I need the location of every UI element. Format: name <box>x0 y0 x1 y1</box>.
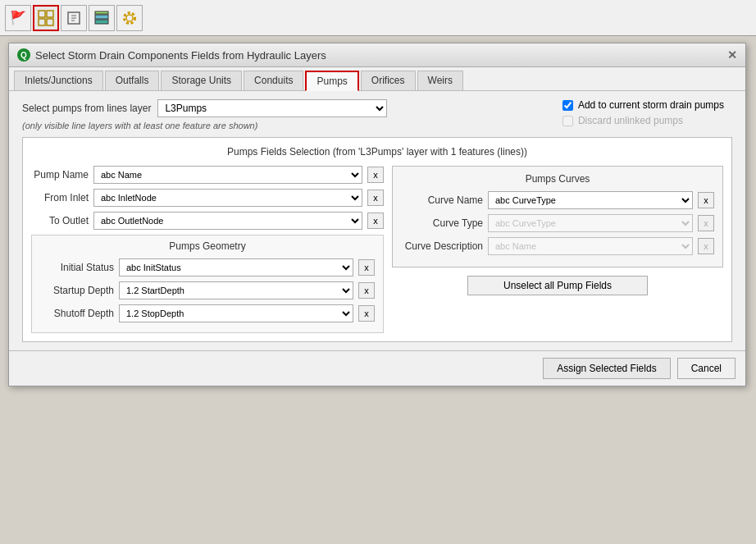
curve-name-row: Curve Name abc CurveType x <box>401 191 714 209</box>
curve-type-select[interactable]: abc CurveType <box>488 214 693 232</box>
layer-label: Select pumps from lines layer <box>22 103 151 114</box>
svg-rect-3 <box>47 19 53 25</box>
initial-status-row: Initial Status abc InitStatus x <box>40 258 375 277</box>
curves-title: Pumps Curves <box>401 173 714 185</box>
geometry-title: Pumps Geometry <box>40 240 375 252</box>
add-current-label: Add to current storm drain pumps <box>578 99 724 111</box>
unselect-all-button[interactable]: Unselect all Pump Fields <box>467 276 648 295</box>
curve-desc-row: Curve Description abc Name x <box>401 237 714 255</box>
svg-point-11 <box>126 15 133 21</box>
tab-outfalls[interactable]: Outfalls <box>105 71 160 90</box>
tab-pumps[interactable]: Pumps <box>305 71 358 91</box>
svg-rect-9 <box>95 15 108 19</box>
dialog-close-button[interactable]: ✕ <box>727 48 737 62</box>
svg-rect-10 <box>95 11 108 14</box>
pump-name-row: Pump Name abc Name x <box>31 166 384 184</box>
dialog-title: Q Select Storm Drain Components Fields f… <box>17 48 326 62</box>
curve-type-row: Curve Type abc CurveType x <box>401 214 714 232</box>
to-outlet-select[interactable]: abc OutletNode <box>93 212 362 230</box>
top-section: Select pumps from lines layer L3Pumps (o… <box>22 99 732 130</box>
curve-name-label: Curve Name <box>401 194 483 206</box>
pump-name-select[interactable]: abc Name <box>93 166 362 184</box>
toolbar: 🚩 <box>0 0 756 36</box>
dialog-titlebar: Q Select Storm Drain Components Fields f… <box>9 43 745 67</box>
shutoff-depth-label: Shutoff Depth <box>40 308 114 319</box>
grid-button[interactable] <box>33 5 59 31</box>
add-current-row: Add to current storm drain pumps <box>562 99 724 111</box>
curve-name-select[interactable]: abc CurveType <box>488 191 693 209</box>
add-current-checkbox[interactable] <box>562 100 573 111</box>
fields-panel-title: Pumps Fields Selection (from 'L3Pumps' l… <box>31 146 723 158</box>
geometry-panel: Pumps Geometry Initial Status abc InitSt… <box>31 235 384 333</box>
tab-inlets[interactable]: Inlets/Junctions <box>14 71 103 90</box>
curve-desc-select[interactable]: abc Name <box>488 237 693 255</box>
dialog-body: Select pumps from lines layer L3Pumps (o… <box>9 91 745 350</box>
layer-select[interactable]: L3Pumps <box>157 99 387 117</box>
tabs-bar: Inlets/Junctions Outfalls Storage Units … <box>9 67 745 91</box>
svg-rect-2 <box>39 19 45 25</box>
from-inlet-row: From Inlet abc InletNode x <box>31 189 384 207</box>
tab-storage[interactable]: Storage Units <box>161 71 242 90</box>
pump-name-clear-button[interactable]: x <box>367 167 384 183</box>
fields-right: Pumps Curves Curve Name abc CurveType x … <box>392 166 723 295</box>
shutoff-depth-clear-button[interactable]: x <box>358 305 375 322</box>
svg-rect-1 <box>47 11 53 17</box>
svg-rect-0 <box>39 11 45 17</box>
from-inlet-label: From Inlet <box>31 192 89 203</box>
initial-status-clear-button[interactable]: x <box>358 259 375 276</box>
assign-fields-button[interactable]: Assign Selected Fields <box>543 358 670 379</box>
layer-button[interactable] <box>89 5 115 31</box>
startup-depth-clear-button[interactable]: x <box>358 282 375 299</box>
curve-desc-label: Curve Description <box>401 240 483 252</box>
startup-depth-select[interactable]: 1.2 StartDepth <box>119 281 353 299</box>
pump-name-label: Pump Name <box>31 169 89 181</box>
tab-conduits[interactable]: Conduits <box>244 71 303 90</box>
shutoff-depth-row: Shutoff Depth 1.2 StopDepth x <box>40 304 375 322</box>
discard-unlinked-checkbox[interactable] <box>562 116 573 126</box>
shutoff-depth-select[interactable]: 1.2 StopDepth <box>119 304 353 322</box>
curves-panel: Pumps Curves Curve Name abc CurveType x … <box>392 166 723 267</box>
to-outlet-clear-button[interactable]: x <box>367 213 384 229</box>
fields-panel: Pumps Fields Selection (from 'L3Pumps' l… <box>22 137 732 342</box>
startup-depth-row: Startup Depth 1.2 StartDepth x <box>40 281 375 299</box>
discard-unlinked-row: Discard unlinked pumps <box>562 115 724 126</box>
from-inlet-select[interactable]: abc InletNode <box>93 189 362 207</box>
dialog-footer: Assign Selected Fields Cancel <box>9 350 745 386</box>
curve-name-clear-button[interactable]: x <box>698 192 714 208</box>
curve-desc-clear-button[interactable]: x <box>698 238 714 254</box>
gear-button[interactable] <box>116 5 143 31</box>
startup-depth-label: Startup Depth <box>40 285 114 296</box>
to-outlet-row: To Outlet abc OutletNode x <box>31 212 384 230</box>
qgis-icon: Q <box>17 48 30 62</box>
edit-button[interactable] <box>61 5 87 31</box>
from-inlet-clear-button[interactable]: x <box>367 190 384 206</box>
svg-rect-8 <box>95 20 108 24</box>
tab-orifices[interactable]: Orifices <box>361 71 416 90</box>
to-outlet-label: To Outlet <box>31 215 89 226</box>
initial-status-label: Initial Status <box>40 262 114 273</box>
dialog: Q Select Storm Drain Components Fields f… <box>8 43 746 386</box>
flag-button[interactable]: 🚩 <box>5 5 31 31</box>
curve-type-label: Curve Type <box>401 217 483 229</box>
dialog-title-text: Select Storm Drain Components Fields fro… <box>35 49 326 62</box>
initial-status-select[interactable]: abc InitStatus <box>119 258 353 277</box>
tab-weirs[interactable]: Weirs <box>417 71 463 90</box>
fields-left: Pump Name abc Name x From Inlet abc Inle… <box>31 166 384 333</box>
cancel-button[interactable]: Cancel <box>677 358 736 379</box>
discard-unlinked-label: Discard unlinked pumps <box>578 115 683 126</box>
curve-type-clear-button[interactable]: x <box>698 215 714 231</box>
